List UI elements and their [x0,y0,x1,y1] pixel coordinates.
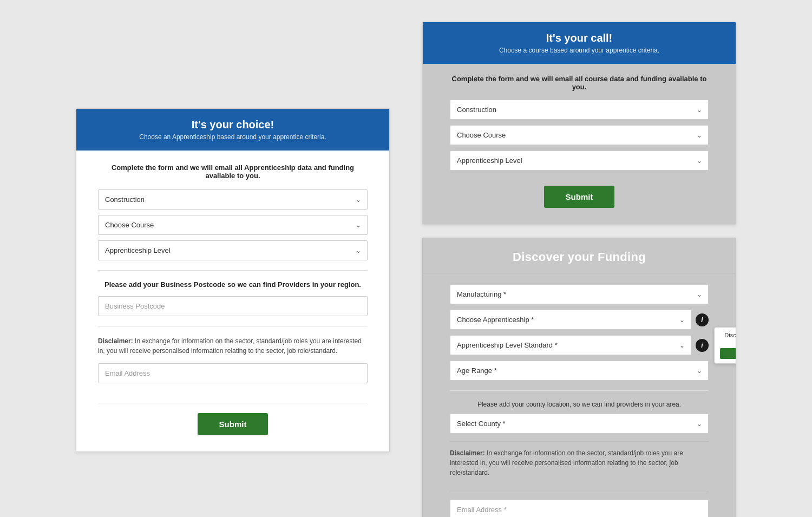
br-standard-wrapper: Apprenticeship Level Standard * ⌄ [450,335,691,355]
left-panel-body: Complete the form and we will email all … [76,150,389,451]
tr-course-select[interactable]: Choose Course [450,125,709,145]
right-panels-container: It's your call! Choose a course based ar… [422,22,736,517]
postcode-input[interactable] [98,296,368,316]
left-email-input[interactable] [98,363,368,383]
top-right-panel: It's your call! Choose a course based ar… [422,22,736,225]
br-age-select[interactable]: Age Range * [450,361,709,381]
divider-1 [98,270,368,271]
fund-disclaimer-section: Disclaimer: In exchange for information … [450,441,709,492]
tr-course-wrapper: Choose Course ⌄ [450,125,709,145]
left-disclaimer: Disclaimer: In exchange for information … [98,336,368,356]
top-right-subtitle: Choose a course based around your appren… [434,47,725,54]
left-industry-wrapper: Construction ⌄ [98,189,368,210]
postcode-section-label: Please add your Business Postcode so we … [98,280,368,289]
bottom-right-panel: Discover your Funding Manufacturing * ⌄ … [422,238,736,517]
tr-level-wrapper: Apprenticeship Level ⌄ [450,150,709,171]
fund-header: Discover your Funding [423,238,736,273]
standard-info-icon[interactable]: i [696,339,709,352]
tooltip-click-btn[interactable]: Clck here [720,348,736,359]
br-apprenticeship-select[interactable]: Choose Apprenticeship * [450,310,691,330]
left-course-wrapper: Choose Course ⌄ [98,215,368,235]
br-county-wrapper: Select County * ⌄ [450,414,709,434]
left-level-select[interactable]: Apprenticeship Level [98,240,368,260]
br-county-select[interactable]: Select County * [450,414,709,434]
disclaimer-content: In exchange for information on the secto… [98,337,362,355]
left-submit-button[interactable]: Submit [198,413,269,435]
left-panel-title: It's your choice! [87,119,378,131]
fund-email-input[interactable] [450,500,709,517]
br-standard-select[interactable]: Apprenticeship Level Standard * [450,335,691,355]
br-industry-select[interactable]: Manufacturing * [450,284,709,304]
left-industry-select[interactable]: Construction [98,189,368,210]
fund-disclaimer: Disclaimer: In exchange for information … [450,448,709,477]
tooltip-text: Discover more about standards [724,332,736,345]
br-apprenticeship-row: Choose Apprenticeship * ⌄ i [450,310,709,330]
fund-disclaimer-content: In exchange for information on the secto… [450,449,683,476]
divider-2 [98,326,368,326]
left-level-wrapper: Apprenticeship Level ⌄ [98,240,368,260]
fund-title: Discover your Funding [434,250,725,264]
apprenticeship-info-icon[interactable]: i [696,313,709,326]
tr-industry-wrapper: Construction ⌄ [450,100,709,120]
left-course-select[interactable]: Choose Course [98,215,368,235]
fund-body: Manufacturing * ⌄ Choose Apprenticeship … [423,273,736,517]
br-age-wrapper: Age Range * ⌄ [450,361,709,381]
top-right-body: Complete the form and we will email all … [423,64,736,224]
standards-tooltip: Discover more about standards Clck here [714,327,736,364]
top-right-intro: Complete the form and we will email all … [450,75,709,91]
tr-industry-select[interactable]: Construction [450,100,709,120]
top-right-header: It's your call! Choose a course based ar… [423,22,736,64]
tr-level-select[interactable]: Apprenticeship Level [450,150,709,171]
top-right-title: It's your call! [434,32,725,44]
left-panel-header: It's your choice! Choose an Apprenticesh… [76,109,389,150]
br-industry-row: Manufacturing * ⌄ [450,284,709,304]
disclaimer-label: Disclaimer: [98,337,133,345]
br-standard-row: Apprenticeship Level Standard * ⌄ i Disc… [450,335,709,355]
left-panel-subtitle: Choose an Apprenticeship based around yo… [87,133,378,141]
fund-divider-1 [450,390,709,391]
tr-submit-button[interactable]: Submit [544,186,615,208]
divider-3 [98,403,368,403]
br-industry-wrapper: Manufacturing * ⌄ [450,284,709,304]
br-apprenticeship-wrapper: Choose Apprenticeship * ⌄ [450,310,691,330]
left-panel: It's your choice! Choose an Apprenticesh… [76,108,390,452]
county-label: Please add your county location, so we c… [450,401,709,408]
br-age-row: Age Range * ⌄ [450,361,709,381]
left-intro-text: Complete the form and we will email all … [98,163,368,180]
fund-disclaimer-label: Disclaimer: [450,449,485,457]
